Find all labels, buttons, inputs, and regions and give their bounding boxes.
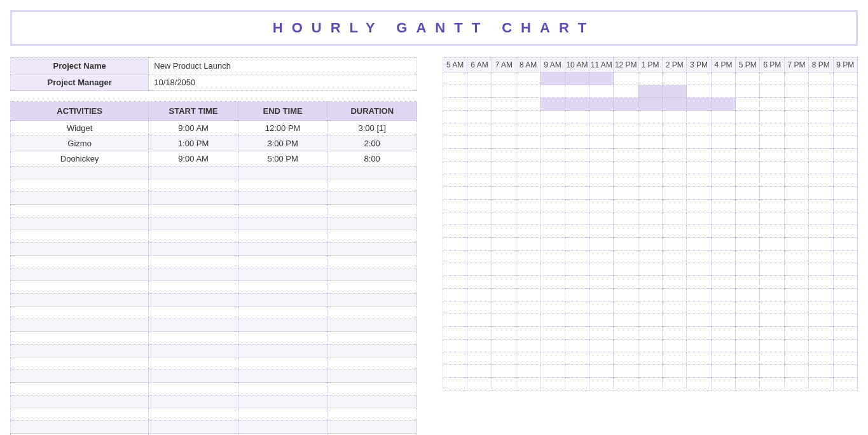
- gantt-cell[interactable]: [467, 136, 492, 149]
- gantt-cell[interactable]: [614, 123, 638, 136]
- gantt-cell[interactable]: [492, 238, 516, 251]
- gantt-cell[interactable]: [833, 225, 858, 238]
- gantt-cell[interactable]: [541, 136, 565, 149]
- gantt-cell[interactable]: [760, 85, 784, 98]
- gantt-cell[interactable]: [833, 123, 858, 136]
- gantt-cell[interactable]: [492, 98, 516, 111]
- gantt-cell[interactable]: [614, 136, 638, 149]
- gantt-cell[interactable]: [516, 314, 541, 327]
- gantt-cell[interactable]: [784, 187, 808, 200]
- gantt-cell[interactable]: [589, 85, 614, 98]
- gantt-cell[interactable]: [565, 251, 589, 263]
- gantt-cell[interactable]: [467, 162, 492, 174]
- gantt-cell[interactable]: [736, 352, 760, 365]
- gantt-cell[interactable]: [736, 174, 760, 187]
- gantt-cell[interactable]: [614, 378, 638, 390]
- gantt-cell[interactable]: [565, 276, 589, 289]
- gantt-cell[interactable]: [467, 352, 492, 365]
- gantt-cell[interactable]: [516, 149, 541, 162]
- cell-end[interactable]: 12:00 PM: [238, 121, 327, 136]
- gantt-bar-segment[interactable]: [638, 98, 662, 111]
- gantt-cell[interactable]: [467, 72, 492, 85]
- gantt-cell[interactable]: [443, 225, 467, 238]
- gantt-cell[interactable]: [809, 187, 833, 200]
- gantt-cell[interactable]: [711, 212, 735, 225]
- cell-duration[interactable]: 3:00 [1]: [327, 121, 417, 136]
- gantt-cell[interactable]: [516, 352, 541, 365]
- gantt-cell[interactable]: [760, 162, 784, 174]
- gantt-cell[interactable]: [492, 212, 516, 225]
- gantt-cell[interactable]: [687, 301, 711, 314]
- gantt-cell[interactable]: [589, 301, 614, 314]
- gantt-cell[interactable]: [663, 276, 687, 289]
- gantt-cell[interactable]: [736, 111, 760, 123]
- gantt-cell[interactable]: [589, 365, 614, 378]
- gantt-cell[interactable]: [565, 85, 589, 98]
- gantt-cell[interactable]: [809, 340, 833, 352]
- gantt-cell[interactable]: [589, 327, 614, 340]
- gantt-bar-segment[interactable]: [589, 72, 614, 85]
- gantt-cell[interactable]: [589, 378, 614, 390]
- gantt-cell[interactable]: [833, 378, 858, 390]
- gantt-cell[interactable]: [809, 98, 833, 111]
- gantt-cell[interactable]: [614, 327, 638, 340]
- gantt-cell[interactable]: [711, 85, 735, 98]
- gantt-cell[interactable]: [663, 365, 687, 378]
- gantt-cell[interactable]: [711, 174, 735, 187]
- gantt-cell[interactable]: [833, 136, 858, 149]
- gantt-cell[interactable]: [809, 352, 833, 365]
- gantt-cell[interactable]: [711, 352, 735, 365]
- cell-start[interactable]: 1:00 PM: [149, 136, 238, 151]
- gantt-cell[interactable]: [760, 212, 784, 225]
- gantt-cell[interactable]: [687, 174, 711, 187]
- gantt-cell[interactable]: [516, 340, 541, 352]
- gantt-cell[interactable]: [516, 85, 541, 98]
- gantt-cell[interactable]: [614, 314, 638, 327]
- gantt-cell[interactable]: [443, 352, 467, 365]
- gantt-cell[interactable]: [467, 111, 492, 123]
- gantt-cell[interactable]: [784, 365, 808, 378]
- gantt-cell[interactable]: [711, 340, 735, 352]
- gantt-cell[interactable]: [760, 98, 784, 111]
- gantt-cell[interactable]: [565, 162, 589, 174]
- gantt-cell[interactable]: [638, 123, 662, 136]
- gantt-cell[interactable]: [711, 263, 735, 276]
- gantt-cell[interactable]: [711, 187, 735, 200]
- gantt-cell[interactable]: [541, 123, 565, 136]
- gantt-cell[interactable]: [687, 162, 711, 174]
- gantt-cell[interactable]: [809, 365, 833, 378]
- gantt-cell[interactable]: [467, 289, 492, 301]
- gantt-cell[interactable]: [687, 251, 711, 263]
- gantt-cell[interactable]: [516, 276, 541, 289]
- gantt-cell[interactable]: [784, 238, 808, 251]
- gantt-cell[interactable]: [638, 149, 662, 162]
- gantt-cell[interactable]: [443, 251, 467, 263]
- gantt-cell[interactable]: [492, 85, 516, 98]
- cell-duration[interactable]: 8:00: [327, 151, 417, 167]
- gantt-bar-segment[interactable]: [663, 85, 687, 98]
- gantt-cell[interactable]: [833, 289, 858, 301]
- gantt-cell[interactable]: [443, 98, 467, 111]
- gantt-cell[interactable]: [443, 72, 467, 85]
- gantt-cell[interactable]: [467, 212, 492, 225]
- gantt-cell[interactable]: [711, 162, 735, 174]
- cell-end[interactable]: 3:00 PM: [238, 136, 327, 151]
- gantt-cell[interactable]: [467, 327, 492, 340]
- gantt-cell[interactable]: [638, 352, 662, 365]
- gantt-cell[interactable]: [589, 289, 614, 301]
- gantt-cell[interactable]: [809, 123, 833, 136]
- gantt-cell[interactable]: [589, 212, 614, 225]
- gantt-cell[interactable]: [516, 136, 541, 149]
- gantt-cell[interactable]: [760, 123, 784, 136]
- gantt-cell[interactable]: [467, 301, 492, 314]
- gantt-cell[interactable]: [443, 187, 467, 200]
- gantt-cell[interactable]: [443, 263, 467, 276]
- gantt-cell[interactable]: [711, 378, 735, 390]
- gantt-cell[interactable]: [614, 85, 638, 98]
- gantt-cell[interactable]: [492, 251, 516, 263]
- gantt-cell[interactable]: [565, 111, 589, 123]
- gantt-cell[interactable]: [687, 352, 711, 365]
- gantt-cell[interactable]: [809, 149, 833, 162]
- gantt-cell[interactable]: [833, 327, 858, 340]
- gantt-cell[interactable]: [833, 263, 858, 276]
